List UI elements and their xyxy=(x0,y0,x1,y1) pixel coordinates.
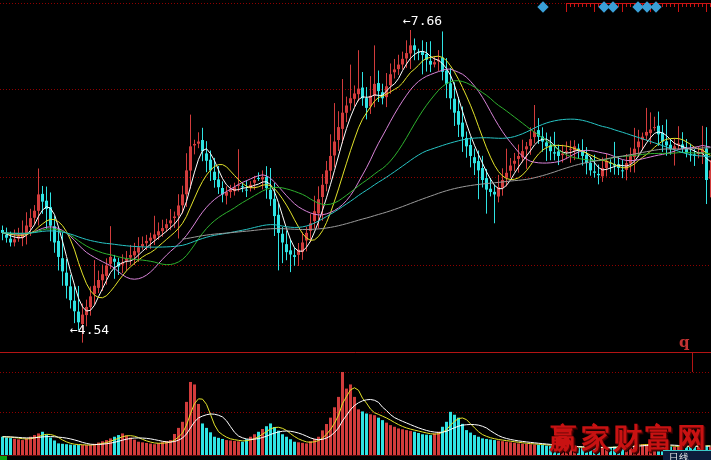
period-toolbar-fragment[interactable]: 日线 xyxy=(663,450,711,460)
status-text-fragment xyxy=(0,456,7,460)
price-trough-label: ←4.54 xyxy=(70,322,109,337)
price-peak-label: ←7.66 xyxy=(403,13,442,28)
stock-chart-window: ←7.66 ←4.54 q 赢家财富网 日线 xyxy=(0,0,711,460)
chart-canvas[interactable] xyxy=(0,0,711,460)
period-label[interactable]: 日线 xyxy=(669,452,689,460)
indicator-q-label: q xyxy=(679,333,690,351)
